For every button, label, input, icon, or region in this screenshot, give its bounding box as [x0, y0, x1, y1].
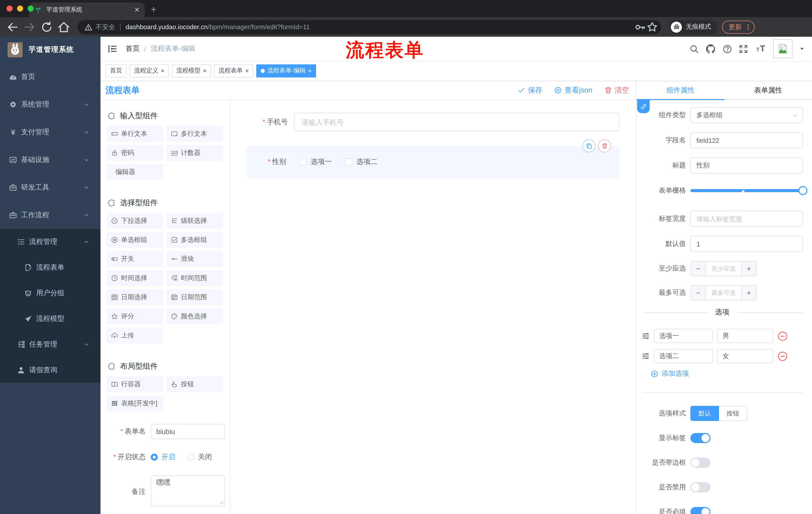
component-select[interactable]: 下拉选择: [107, 213, 163, 229]
component-row-container[interactable]: 行容器: [107, 376, 163, 392]
remove-option-button[interactable]: [777, 351, 788, 361]
github-icon[interactable]: [705, 44, 716, 54]
close-window-button[interactable]: [6, 5, 12, 11]
tag-process-model[interactable]: 流程模型×: [172, 64, 211, 77]
browser-update-button[interactable]: 更新: [722, 20, 755, 33]
default-value-input[interactable]: [690, 236, 803, 252]
show-label-toggle[interactable]: [690, 433, 710, 443]
fullscreen-icon[interactable]: [738, 44, 748, 54]
tag-process-form[interactable]: 流程表单×: [214, 64, 253, 77]
option-label-input[interactable]: [654, 349, 713, 363]
component-cascader[interactable]: 级联选择: [166, 213, 223, 229]
tag-close-icon[interactable]: ×: [245, 67, 249, 74]
title-input[interactable]: [690, 157, 803, 173]
disabled-toggle[interactable]: [690, 482, 710, 492]
password-key-icon[interactable]: [634, 21, 646, 33]
browser-tab[interactable]: 芋道管理系统 ✕: [29, 2, 145, 17]
component-type-select[interactable]: 多选框组: [690, 107, 803, 123]
breadcrumb-home[interactable]: 首页: [126, 44, 140, 53]
address-bar[interactable]: 不安全 dashboard.yudao.iocoder.cn/bpm/manag…: [77, 20, 661, 34]
option-value-input[interactable]: [717, 329, 773, 343]
tab-close-icon[interactable]: ✕: [134, 6, 140, 13]
component-date-picker[interactable]: 日期选择: [107, 289, 163, 305]
tag-process-def[interactable]: 流程定义×: [129, 64, 169, 77]
status-off-radio[interactable]: 关闭: [187, 453, 212, 462]
component-radio-group[interactable]: 单选框组: [107, 232, 163, 248]
form-remark-textarea[interactable]: 嘿嘿: [151, 475, 225, 507]
component-password[interactable]: 密码: [107, 145, 163, 161]
gender-option-checkbox-1[interactable]: 选项一: [300, 157, 332, 166]
component-counter[interactable]: 123计数器: [166, 145, 223, 161]
hamburger-icon[interactable]: [108, 44, 118, 54]
stepper-minus-button[interactable]: −: [691, 286, 706, 300]
option-label-input[interactable]: [654, 329, 713, 343]
back-button[interactable]: [6, 20, 19, 33]
drag-handle-icon[interactable]: [642, 332, 650, 340]
tag-process-form-edit[interactable]: 流程表单-编辑×: [256, 64, 316, 77]
sidebar-item-leave-query[interactable]: 请假查询: [0, 357, 100, 383]
window-controls[interactable]: [6, 5, 34, 11]
sidebar-item-home[interactable]: 首页: [0, 63, 100, 90]
component-multi-line-text[interactable]: 多行文本: [166, 126, 223, 142]
component-switch[interactable]: 开关: [107, 251, 163, 267]
forward-button[interactable]: [23, 20, 36, 33]
component-upload[interactable]: 上传: [107, 327, 163, 344]
not-secure-warning-icon[interactable]: [84, 23, 92, 31]
tag-close-icon[interactable]: ×: [161, 67, 164, 74]
slider-thumb[interactable]: [799, 186, 808, 195]
home-button[interactable]: [57, 20, 70, 33]
help-icon[interactable]: [723, 44, 732, 54]
component-time-range[interactable]: 时间范围: [166, 270, 223, 286]
component-checkbox-group[interactable]: 多选框组: [166, 232, 223, 248]
resize-handle-icon[interactable]: [219, 501, 224, 505]
component-single-line-text[interactable]: 单行文本: [107, 126, 163, 142]
reload-button[interactable]: [40, 20, 53, 33]
checkbox-icon[interactable]: [345, 158, 352, 165]
option-style-button[interactable]: 按钮: [719, 406, 747, 421]
stepper-plus-button[interactable]: +: [741, 262, 756, 276]
option-value-input[interactable]: [717, 349, 773, 363]
tag-close-icon[interactable]: ×: [308, 67, 312, 74]
tag-close-icon[interactable]: ×: [203, 67, 206, 74]
component-color-picker[interactable]: 颜色选择: [166, 308, 223, 324]
stepper-minus-button[interactable]: −: [691, 262, 706, 276]
component-time-picker[interactable]: 时间选择: [107, 270, 163, 286]
avatar-caret-icon[interactable]: [799, 46, 805, 52]
form-grid-slider[interactable]: [690, 183, 803, 199]
label-width-input[interactable]: [690, 211, 803, 227]
minimize-window-button[interactable]: [17, 5, 23, 11]
link-tab[interactable]: [637, 100, 650, 113]
gender-component-selected[interactable]: *性别 选项一选项二: [246, 146, 619, 178]
sidebar-item-task-mgmt[interactable]: 任务管理: [0, 331, 100, 357]
sidebar-item-process-form[interactable]: 流程表单: [0, 254, 100, 280]
avatar[interactable]: [773, 39, 792, 58]
sidebar-item-user-group[interactable]: 用户分组: [0, 280, 100, 306]
component-table-dev[interactable]: 表格[开发中]: [107, 395, 163, 411]
with-border-toggle[interactable]: [690, 458, 710, 468]
drag-handle-icon[interactable]: [642, 352, 650, 360]
font-size-icon[interactable]: TT: [755, 44, 767, 54]
min-select-placeholder[interactable]: 至少应选: [706, 262, 741, 276]
new-tab-button[interactable]: +: [151, 4, 156, 15]
browser-menu-kebab-icon[interactable]: [744, 23, 752, 31]
component-button[interactable]: 按钮: [166, 376, 223, 392]
sidebar-item-process-model[interactable]: 流程模型: [0, 306, 100, 331]
component-editor[interactable]: 编辑器: [107, 164, 163, 180]
option-style-default[interactable]: 默认: [690, 406, 719, 421]
component-slider[interactable]: 滑块: [166, 251, 223, 267]
sidebar-item-workflow[interactable]: 工作流程: [0, 201, 100, 229]
form-name-input[interactable]: [151, 424, 225, 439]
sidebar-item-process-mgmt[interactable]: 流程管理: [0, 229, 100, 254]
delete-component-button[interactable]: [598, 139, 611, 153]
max-select-placeholder[interactable]: 最多可选: [706, 286, 741, 300]
add-option-button[interactable]: 添加选项: [651, 369, 803, 378]
remove-option-button[interactable]: [777, 331, 788, 341]
view-json-button[interactable]: 查看json: [554, 85, 592, 95]
tab-form-props[interactable]: 表单属性: [724, 81, 812, 100]
phone-input[interactable]: [294, 113, 619, 131]
sidebar-item-payment[interactable]: ¥支付管理: [0, 118, 100, 146]
component-rate[interactable]: 评分: [107, 308, 163, 324]
gender-option-checkbox-2[interactable]: 选项二: [345, 157, 378, 166]
sidebar-item-system[interactable]: 系统管理: [0, 90, 100, 118]
search-icon[interactable]: [689, 44, 699, 54]
